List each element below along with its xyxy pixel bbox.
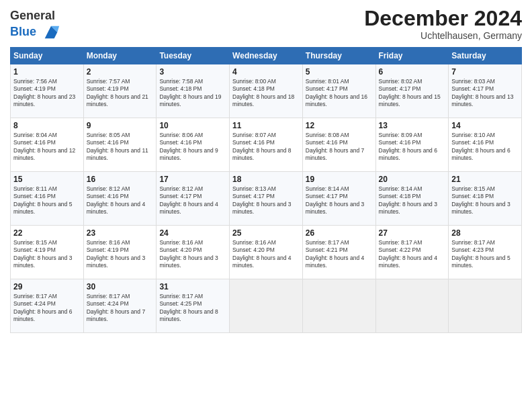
day-info: Sunrise: 8:17 AMSunset: 4:22 PMDaylight:…	[379, 239, 446, 270]
day-info: Sunrise: 8:17 AMSunset: 4:24 PMDaylight:…	[13, 293, 81, 324]
calendar-cell: 2Sunrise: 7:57 AMSunset: 4:19 PMDaylight…	[83, 64, 157, 118]
title-block: December 2024 Uchtelhausen, Germany	[364, 7, 522, 41]
day-info: Sunrise: 8:11 AMSunset: 4:16 PMDaylight:…	[13, 185, 81, 216]
calendar-cell: 18Sunrise: 8:13 AMSunset: 4:17 PMDayligh…	[230, 171, 303, 225]
calendar-cell: 3Sunrise: 7:58 AMSunset: 4:18 PMDaylight…	[157, 64, 230, 118]
day-info: Sunrise: 8:16 AMSunset: 4:20 PMDaylight:…	[232, 239, 300, 270]
day-info: Sunrise: 8:17 AMSunset: 4:24 PMDaylight:…	[87, 293, 154, 324]
calendar-cell: 23Sunrise: 8:16 AMSunset: 4:19 PMDayligh…	[83, 225, 157, 279]
calendar-cell: 24Sunrise: 8:16 AMSunset: 4:20 PMDayligh…	[157, 225, 230, 279]
calendar-cell: 28Sunrise: 8:17 AMSunset: 4:23 PMDayligh…	[449, 225, 522, 279]
calendar-cell: 20Sunrise: 8:14 AMSunset: 4:18 PMDayligh…	[375, 171, 449, 225]
calendar-cell: 8Sunrise: 8:04 AMSunset: 4:16 PMDaylight…	[11, 118, 84, 171]
logo-blue: Blue	[10, 25, 36, 38]
day-number: 19	[306, 175, 373, 184]
day-info: Sunrise: 8:10 AMSunset: 4:16 PMDaylight:…	[451, 132, 519, 163]
day-number: 28	[451, 228, 519, 238]
calendar-header-row: SundayMondayTuesdayWednesdayThursdayFrid…	[11, 47, 522, 64]
calendar-week-3: 15Sunrise: 8:11 AMSunset: 4:16 PMDayligh…	[11, 171, 522, 225]
day-info: Sunrise: 8:14 AMSunset: 4:18 PMDaylight:…	[379, 185, 446, 216]
day-info: Sunrise: 8:08 AMSunset: 4:16 PMDaylight:…	[306, 132, 373, 163]
calendar-week-4: 22Sunrise: 8:15 AMSunset: 4:19 PMDayligh…	[11, 225, 522, 279]
calendar-cell: 6Sunrise: 8:02 AMSunset: 4:17 PMDaylight…	[375, 64, 449, 118]
day-number: 31	[159, 282, 226, 291]
calendar-cell: 12Sunrise: 8:08 AMSunset: 4:16 PMDayligh…	[302, 118, 375, 171]
day-info: Sunrise: 7:57 AMSunset: 4:19 PMDaylight:…	[87, 78, 154, 109]
day-info: Sunrise: 8:13 AMSunset: 4:17 PMDaylight:…	[232, 185, 300, 216]
day-info: Sunrise: 8:02 AMSunset: 4:17 PMDaylight:…	[379, 78, 446, 109]
day-info: Sunrise: 8:12 AMSunset: 4:17 PMDaylight:…	[159, 185, 226, 216]
calendar-cell: 22Sunrise: 8:15 AMSunset: 4:19 PMDayligh…	[11, 225, 84, 279]
calendar-week-1: 1Sunrise: 7:56 AMSunset: 4:19 PMDaylight…	[11, 64, 522, 118]
col-header-thursday: Thursday	[302, 47, 375, 64]
calendar-cell: 17Sunrise: 8:12 AMSunset: 4:17 PMDayligh…	[157, 171, 230, 225]
calendar-cell	[449, 279, 522, 332]
page-header: General Blue December 2024 Uchtelhausen,…	[10, 7, 522, 42]
day-number: 1	[13, 67, 81, 77]
day-number: 2	[87, 67, 154, 77]
day-number: 6	[379, 67, 446, 77]
col-header-tuesday: Tuesday	[157, 47, 230, 64]
month-title: December 2024	[364, 7, 522, 30]
day-info: Sunrise: 8:00 AMSunset: 4:18 PMDaylight:…	[232, 78, 300, 109]
logo-general: General	[10, 9, 55, 22]
calendar-week-5: 29Sunrise: 8:17 AMSunset: 4:24 PMDayligh…	[11, 279, 522, 332]
day-number: 4	[232, 67, 300, 77]
calendar-cell: 31Sunrise: 8:17 AMSunset: 4:25 PMDayligh…	[157, 279, 230, 332]
day-info: Sunrise: 8:16 AMSunset: 4:19 PMDaylight:…	[87, 239, 154, 270]
day-info: Sunrise: 8:14 AMSunset: 4:17 PMDaylight:…	[306, 185, 373, 216]
calendar-cell: 1Sunrise: 7:56 AMSunset: 4:19 PMDaylight…	[11, 64, 84, 118]
calendar-cell: 15Sunrise: 8:11 AMSunset: 4:16 PMDayligh…	[11, 171, 84, 225]
day-info: Sunrise: 8:06 AMSunset: 4:16 PMDaylight:…	[159, 132, 226, 163]
page-container: General Blue December 2024 Uchtelhausen,…	[0, 0, 532, 338]
calendar-cell: 4Sunrise: 8:00 AMSunset: 4:18 PMDaylight…	[230, 64, 303, 118]
day-number: 15	[13, 175, 81, 184]
day-info: Sunrise: 7:56 AMSunset: 4:19 PMDaylight:…	[13, 78, 81, 109]
day-number: 26	[306, 228, 373, 238]
day-info: Sunrise: 8:17 AMSunset: 4:23 PMDaylight:…	[451, 239, 519, 270]
day-info: Sunrise: 8:09 AMSunset: 4:16 PMDaylight:…	[379, 132, 446, 163]
day-info: Sunrise: 8:04 AMSunset: 4:16 PMDaylight:…	[13, 132, 81, 163]
day-info: Sunrise: 8:15 AMSunset: 4:18 PMDaylight:…	[451, 185, 519, 216]
calendar-table: SundayMondayTuesdayWednesdayThursdayFrid…	[10, 47, 522, 333]
col-header-wednesday: Wednesday	[230, 47, 303, 64]
logo: General Blue	[10, 9, 60, 42]
calendar-cell: 30Sunrise: 8:17 AMSunset: 4:24 PMDayligh…	[83, 279, 157, 332]
day-number: 3	[159, 67, 226, 77]
calendar-cell: 27Sunrise: 8:17 AMSunset: 4:22 PMDayligh…	[375, 225, 449, 279]
day-info: Sunrise: 8:12 AMSunset: 4:16 PMDaylight:…	[87, 185, 154, 216]
col-header-sunday: Sunday	[11, 47, 84, 64]
day-number: 10	[159, 121, 226, 130]
day-number: 27	[379, 228, 446, 238]
col-header-monday: Monday	[83, 47, 157, 64]
calendar-cell: 16Sunrise: 8:12 AMSunset: 4:16 PMDayligh…	[83, 171, 157, 225]
calendar-cell: 26Sunrise: 8:17 AMSunset: 4:21 PMDayligh…	[302, 225, 375, 279]
day-number: 24	[159, 228, 226, 238]
day-info: Sunrise: 8:17 AMSunset: 4:21 PMDaylight:…	[306, 239, 373, 270]
day-number: 16	[87, 175, 154, 184]
day-number: 5	[306, 67, 373, 77]
calendar-cell: 9Sunrise: 8:05 AMSunset: 4:16 PMDaylight…	[83, 118, 157, 171]
day-number: 8	[13, 121, 81, 130]
day-number: 21	[451, 175, 519, 184]
day-info: Sunrise: 8:16 AMSunset: 4:20 PMDaylight:…	[159, 239, 226, 270]
calendar-cell: 21Sunrise: 8:15 AMSunset: 4:18 PMDayligh…	[449, 171, 522, 225]
day-number: 7	[451, 67, 519, 77]
calendar-cell: 25Sunrise: 8:16 AMSunset: 4:20 PMDayligh…	[230, 225, 303, 279]
col-header-saturday: Saturday	[449, 47, 522, 64]
logo-icon	[42, 23, 60, 42]
day-info: Sunrise: 8:03 AMSunset: 4:17 PMDaylight:…	[451, 78, 519, 109]
day-number: 13	[379, 121, 446, 130]
day-number: 18	[232, 175, 300, 184]
day-number: 22	[13, 228, 81, 238]
day-info: Sunrise: 8:17 AMSunset: 4:25 PMDaylight:…	[159, 293, 226, 324]
calendar-cell	[375, 279, 449, 332]
day-info: Sunrise: 8:07 AMSunset: 4:16 PMDaylight:…	[232, 132, 300, 163]
calendar-cell: 29Sunrise: 8:17 AMSunset: 4:24 PMDayligh…	[11, 279, 84, 332]
calendar-cell: 13Sunrise: 8:09 AMSunset: 4:16 PMDayligh…	[375, 118, 449, 171]
calendar-cell: 11Sunrise: 8:07 AMSunset: 4:16 PMDayligh…	[230, 118, 303, 171]
day-info: Sunrise: 8:01 AMSunset: 4:17 PMDaylight:…	[306, 78, 373, 109]
day-number: 12	[306, 121, 373, 130]
day-number: 30	[87, 282, 154, 291]
day-number: 25	[232, 228, 300, 238]
